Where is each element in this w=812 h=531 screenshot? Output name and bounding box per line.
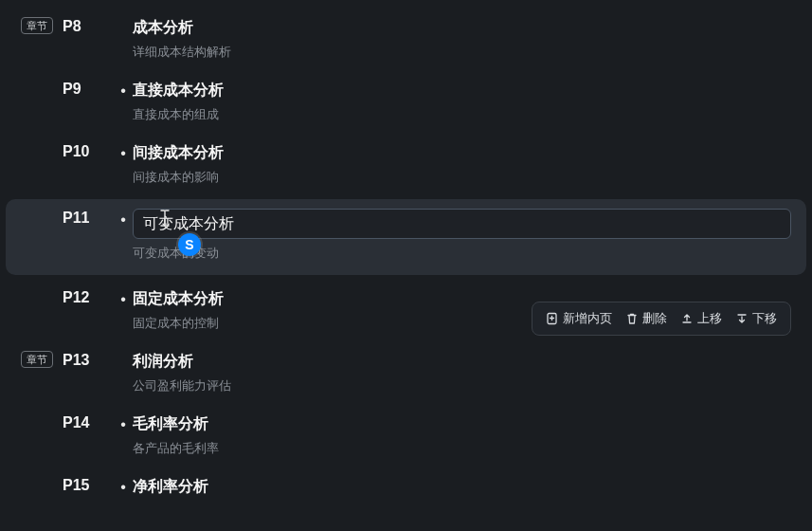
move-down-button[interactable]: 下移 — [735, 310, 777, 327]
row-title: 净利率分析 — [133, 476, 791, 497]
outline-list: 章节 P8 成本分析 详细成本结构解析 P9 • 直接成本分析 直接成本的组成 … — [0, 0, 812, 506]
row-subtitle: 间接成本的影响 — [133, 169, 791, 186]
chapter-badge: 章节 — [21, 17, 53, 34]
chapter-badge: 章节 — [21, 351, 53, 368]
row-content: 净利率分析 — [133, 476, 791, 497]
outline-row[interactable]: 章节 P13 利润分析 公司盈利能力评估 — [0, 341, 812, 404]
move-down-label: 下移 — [752, 310, 777, 327]
page-label: P10 — [63, 142, 114, 160]
row-title: 成本分析 — [133, 17, 791, 38]
bullet: • — [114, 413, 133, 434]
badge-col: 章节 — [21, 17, 63, 34]
row-subtitle: 可变成本的变动 — [133, 245, 791, 262]
row-title: 间接成本分析 — [133, 142, 791, 163]
delete-button[interactable]: 删除 — [625, 310, 667, 327]
outline-row-selected[interactable]: P11 • 可变成本的变动 S — [6, 199, 806, 275]
delete-label: 删除 — [642, 310, 667, 327]
row-title: 利润分析 — [133, 351, 791, 372]
add-page-label: 新增内页 — [563, 310, 612, 327]
row-content: 直接成本分析 直接成本的组成 — [133, 80, 791, 123]
page-label: P8 — [63, 17, 114, 35]
add-page-icon — [546, 312, 559, 325]
bullet: • — [114, 142, 133, 163]
row-content: 可变成本的变动 — [133, 209, 791, 262]
badge-col: 章节 — [21, 351, 63, 368]
bullet: • — [114, 80, 133, 101]
page-label: P14 — [63, 413, 114, 431]
row-content: 利润分析 公司盈利能力评估 — [133, 351, 791, 394]
outline-row[interactable]: P10 • 间接成本分析 间接成本的影响 — [0, 133, 812, 195]
page-label: P15 — [63, 476, 114, 494]
row-title: 直接成本分析 — [133, 80, 791, 101]
page-label: P13 — [63, 351, 114, 369]
bullet — [114, 351, 133, 353]
row-title-input[interactable] — [133, 209, 791, 239]
move-up-icon — [680, 312, 694, 325]
row-subtitle: 详细成本结构解析 — [133, 44, 791, 61]
bullet — [114, 17, 133, 19]
outline-row[interactable]: P14 • 毛利率分析 各产品的毛利率 — [0, 404, 812, 467]
row-content: 间接成本分析 间接成本的影响 — [133, 142, 791, 186]
outline-row[interactable]: 章节 P8 成本分析 详细成本结构解析 — [0, 8, 812, 70]
row-subtitle: 直接成本的组成 — [133, 106, 791, 123]
bullet: • — [114, 209, 133, 229]
row-title: 毛利率分析 — [133, 413, 791, 434]
row-content: 毛利率分析 各产品的毛利率 — [133, 413, 791, 457]
outline-row[interactable]: P15 • 净利率分析 — [0, 467, 812, 506]
page-label: P12 — [63, 288, 114, 306]
move-down-icon — [735, 312, 749, 325]
add-page-button[interactable]: 新增内页 — [546, 310, 612, 327]
outline-row[interactable]: P9 • 直接成本分析 直接成本的组成 — [0, 70, 812, 133]
row-content: 成本分析 详细成本结构解析 — [133, 17, 791, 61]
bullet: • — [114, 476, 133, 497]
move-up-button[interactable]: 上移 — [680, 310, 722, 327]
bullet: • — [114, 288, 133, 309]
trash-icon — [625, 312, 639, 325]
page-label: P9 — [63, 80, 114, 98]
move-up-label: 上移 — [697, 310, 722, 327]
page-label: P11 — [63, 209, 114, 227]
row-subtitle: 各产品的毛利率 — [133, 440, 791, 457]
row-toolbar: 新增内页 删除 上移 下移 — [532, 302, 791, 336]
row-subtitle: 公司盈利能力评估 — [133, 377, 791, 394]
